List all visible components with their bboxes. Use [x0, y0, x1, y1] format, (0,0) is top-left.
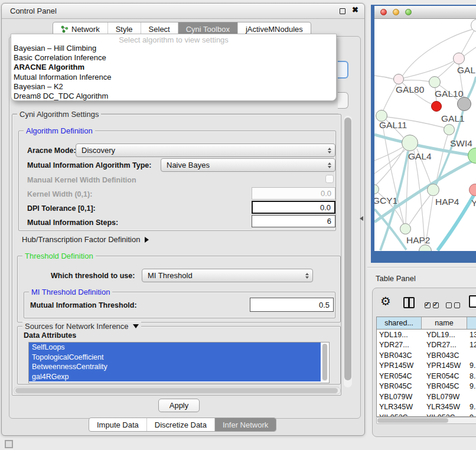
panel-collapse-arrow[interactable]: [360, 216, 363, 221]
node-label-gal: GAL: [457, 65, 475, 76]
close-traffic-light-icon[interactable]: [380, 9, 387, 15]
node-gal-pink[interactable]: [453, 53, 465, 64]
table-row[interactable]: YER054C YER054C 8.: [377, 371, 476, 381]
attribute-selfloops[interactable]: SelfLoops: [29, 343, 321, 353]
float-window-icon[interactable]: [340, 8, 345, 14]
manual-kernel-width-checkbox[interactable]: [325, 175, 334, 183]
mi-algorithm-type-select[interactable]: Naive Bayes: [161, 158, 335, 172]
node-label-swi4: SWI4: [450, 138, 472, 149]
tab-impute-data[interactable]: Impute Data: [89, 418, 147, 431]
cyni-algorithm-settings-group: Cyni Algorithm Settings Algorithm Defini…: [12, 114, 341, 396]
columns-icon[interactable]: [403, 297, 415, 308]
node-gal4[interactable]: [402, 135, 418, 151]
algorithm-option-basic-correlation[interactable]: Basic Correlation Inference: [11, 53, 336, 63]
algorithm-option-bayesian-k2[interactable]: Bayesian – K2: [11, 82, 336, 92]
table-hscrollbar-thumb[interactable]: [377, 418, 448, 423]
cell-shared: YBR045C: [377, 382, 422, 390]
node-label-gal80: GAL80: [396, 84, 424, 95]
cell-name: YLR345W: [422, 403, 467, 411]
apply-button[interactable]: Apply: [158, 399, 200, 412]
sources-group-header[interactable]: Sources for Network Inference: [22, 322, 141, 331]
sources-group-title: Sources for Network Inference: [25, 322, 129, 331]
column-header-partial[interactable]: [467, 317, 476, 329]
collapsed-arrow-icon: [145, 237, 149, 243]
node-gal80[interactable]: [393, 74, 404, 84]
control-panel-title: Control Panel: [10, 6, 57, 15]
algorithm-option-dream8[interactable]: Dream8 DC_TDC Algorithm: [11, 92, 336, 101]
sources-group: Sources for Network Inference Data Attri…: [17, 326, 341, 384]
tab-discretize-data[interactable]: Discretize Data: [147, 418, 215, 431]
hub-definition-label: Hub/Transcription Factor Definition: [22, 235, 140, 244]
cell-value: 8.: [467, 372, 476, 380]
gear-icon[interactable]: ⚙: [380, 295, 391, 307]
cell-shared: YER054C: [377, 372, 422, 380]
minimized-panel-icon[interactable]: [5, 440, 13, 448]
control-panel-titlebar: Control Panel ✖: [2, 4, 364, 19]
stepper-arrows-icon: [328, 148, 331, 154]
cell-name: YDL19...: [422, 331, 467, 339]
cell-name: YER054C: [422, 372, 467, 380]
cell-value: 12: [467, 341, 476, 349]
network-canvas[interactable]: GAL GAL80 GAL10 GAL1 GAL11 GAL4 SWI4 GCY…: [374, 19, 476, 251]
mi-threshold-input[interactable]: 0.5: [250, 298, 334, 312]
show-checked-columns-icon[interactable]: [425, 300, 441, 311]
cell-shared: YLR345W: [377, 403, 422, 411]
node-gal10[interactable]: [429, 76, 441, 88]
cell-name: YPR145W: [422, 361, 467, 370]
cell-value: 9.: [467, 382, 476, 390]
cell-shared: YPR145W: [377, 361, 422, 370]
cell-name: YDR27...: [422, 341, 467, 349]
zoom-traffic-light-icon[interactable]: [405, 9, 412, 15]
tab-infer-network[interactable]: Infer Network: [215, 418, 276, 431]
algorithm-option-mutual-information[interactable]: Mutual Information Inference: [11, 73, 336, 82]
settings-hscrollbar: [14, 387, 341, 394]
kernel-width-label: Kernel Width (0,1):: [27, 190, 92, 198]
export-table-icon[interactable]: [469, 295, 476, 308]
which-threshold-select[interactable]: MI Threshold: [142, 269, 313, 282]
table-row[interactable]: YBR045C YBR045C 9.: [377, 381, 476, 392]
mi-threshold-label: Mutual Information Threshold:: [30, 301, 137, 309]
node-hap4[interactable]: [427, 184, 439, 196]
attribute-topologicalcoefficient[interactable]: TopologicalCoefficient: [29, 353, 321, 363]
settings-vscrollbar: [344, 116, 352, 387]
node-label-hap4: HAP4: [435, 197, 459, 207]
table-row[interactable]: YLR345W YLR345W 9.: [377, 402, 476, 413]
cell-name: YBR043C: [422, 351, 467, 360]
algorithm-option-aracne[interactable]: ARACNE Algorithm: [11, 63, 336, 72]
table-row[interactable]: YDR27... YDR27... 12: [377, 340, 476, 351]
aracne-mode-select[interactable]: Discovery: [76, 144, 335, 157]
node-attribute-table: shared... name YDL19... YDL19... 13 YDR2…: [376, 317, 476, 417]
minimize-traffic-light-icon[interactable]: [393, 9, 399, 15]
mi-steps-input[interactable]: 6: [252, 215, 335, 227]
close-icon[interactable]: ✖: [352, 5, 358, 14]
attribute-betweennesscentrality[interactable]: BetweennessCentrality: [29, 362, 321, 372]
column-header-name[interactable]: name: [422, 317, 467, 329]
table-row[interactable]: YBR043C YBR043C: [377, 350, 476, 361]
table-row[interactable]: YDL19... YDL19... 13: [377, 330, 476, 340]
algorithm-combobox-fragment: [338, 61, 348, 79]
mi-steps-label: Mutual Information Steps:: [27, 219, 118, 227]
algorithm-option-bayesian-hill-climbing[interactable]: Bayesian – Hill Climbing: [11, 44, 336, 53]
attribute-gal4rgexp[interactable]: gal4RGexp: [29, 372, 321, 382]
stepper-arrows-icon: [328, 162, 331, 168]
settings-hscrollbar-thumb[interactable]: [15, 388, 338, 393]
hub-definition-disclosure[interactable]: Hub/Transcription Factor Definition: [22, 235, 149, 244]
dpi-tolerance-input[interactable]: 0.0: [252, 201, 335, 214]
hidden-control-fragment: [338, 92, 348, 109]
table-row[interactable]: YPR145W YPR145W 9.: [377, 361, 476, 371]
node-gal1[interactable]: [444, 124, 455, 135]
mi-algorithm-type-label: Mutual Information Algorithm Type:: [27, 161, 151, 169]
settings-vscrollbar-thumb[interactable]: [344, 118, 351, 380]
dpi-tolerance-label: DPI Tolerance [0,1]:: [27, 204, 96, 213]
kernel-width-input[interactable]: 0.0: [252, 187, 335, 200]
table-row[interactable]: YBL079W YBL079W: [377, 392, 476, 402]
algorithm-dropdown: Select algorithm to view settings Bayesi…: [11, 34, 337, 101]
attributes-scrollbar-thumb[interactable]: [322, 344, 327, 380]
node-red-selected[interactable]: [431, 101, 442, 112]
network-window-titlebar: [374, 6, 476, 19]
cell-name: YBL079W: [422, 393, 467, 401]
node-hap2[interactable]: [400, 223, 411, 234]
column-header-shared-name[interactable]: shared...: [377, 317, 422, 329]
hide-unchecked-columns-icon[interactable]: [446, 300, 462, 311]
table-row[interactable]: YIL052C YIL052C 9: [377, 412, 476, 417]
